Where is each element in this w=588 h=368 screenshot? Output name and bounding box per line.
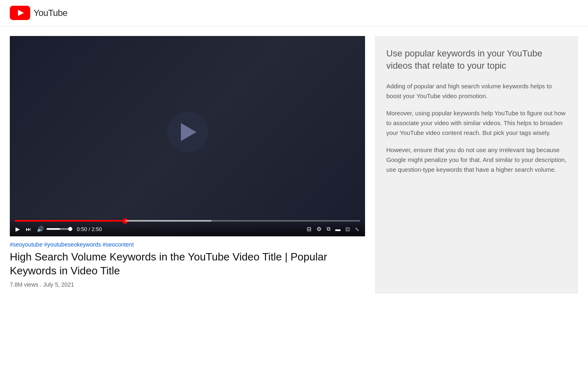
current-time: 0:50 xyxy=(77,226,87,232)
logo-container[interactable]: YouTube xyxy=(10,6,67,20)
controls-bar: ▶ ⏭ 🔊 0:50 / 2:50 xyxy=(10,218,365,236)
progress-played xyxy=(15,220,125,222)
main-layout: ▶ ⏭ 🔊 0:50 / 2:50 xyxy=(0,26,588,294)
skip-button[interactable]: ⏭ xyxy=(25,225,32,233)
play-button-container[interactable] xyxy=(167,112,208,153)
fullscreen-button[interactable]: ⤡ xyxy=(354,225,360,233)
video-section: ▶ ⏭ 🔊 0:50 / 2:50 xyxy=(10,36,365,288)
header: YouTube xyxy=(0,0,588,26)
sidebar-title: Use popular keywords in your YouTube vid… xyxy=(386,47,567,72)
video-title: High Search Volume Keywords in the YouTu… xyxy=(10,250,365,278)
progress-buffered xyxy=(125,220,212,222)
meta-separator: . xyxy=(40,281,43,288)
controls-right: ⊟ ⚙ ⧉ ▬ ⊡ ⤡ xyxy=(306,225,360,233)
volume-fill xyxy=(47,228,60,230)
volume-button[interactable]: 🔊 xyxy=(36,225,45,233)
hashtags[interactable]: #seoyoutube #youtubeseokeywords #seocont… xyxy=(10,241,365,248)
youtube-logo-icon xyxy=(10,6,30,20)
view-count: 7.8M views xyxy=(10,281,38,288)
volume-slider[interactable] xyxy=(47,228,71,230)
video-info: #seoyoutube #youtubeseokeywords #seocont… xyxy=(10,236,365,288)
publish-date: July 5, 2021 xyxy=(43,281,74,288)
controls-left: ▶ ⏭ 🔊 0:50 / 2:50 xyxy=(15,225,102,233)
cast-button[interactable]: ⊡ xyxy=(345,225,351,233)
logo-text: YouTube xyxy=(33,8,67,18)
video-player[interactable]: ▶ ⏭ 🔊 0:50 / 2:50 xyxy=(10,36,365,236)
miniplayer-button[interactable]: ⧉ xyxy=(326,225,331,233)
sidebar-panel: Use popular keywords in your YouTube vid… xyxy=(375,36,578,294)
time-display: 0:50 / 2:50 xyxy=(77,226,102,232)
volume-control: 🔊 xyxy=(36,225,71,233)
play-pause-button[interactable]: ▶ xyxy=(15,225,21,233)
progress-bar[interactable] xyxy=(15,220,360,222)
play-circle xyxy=(167,112,208,153)
volume-dot xyxy=(68,227,72,231)
sidebar-body: Adding of popular and high search volume… xyxy=(386,81,567,175)
captions-button[interactable]: ⊟ xyxy=(306,225,312,233)
video-meta: 7.8M views . July 5, 2021 xyxy=(10,281,365,288)
theater-button[interactable]: ▬ xyxy=(334,225,341,233)
settings-button[interactable]: ⚙ xyxy=(316,225,323,233)
sidebar-paragraph-3: However, ensure that you do not use any … xyxy=(386,145,567,175)
sidebar-paragraph-1: Adding of popular and high search volume… xyxy=(386,81,567,101)
play-triangle-icon xyxy=(181,123,196,141)
total-time: 2:50 xyxy=(91,226,102,232)
sidebar-paragraph-2: Moreover, using popular keywords help Yo… xyxy=(386,108,567,138)
controls-row: ▶ ⏭ 🔊 0:50 / 2:50 xyxy=(15,225,360,233)
